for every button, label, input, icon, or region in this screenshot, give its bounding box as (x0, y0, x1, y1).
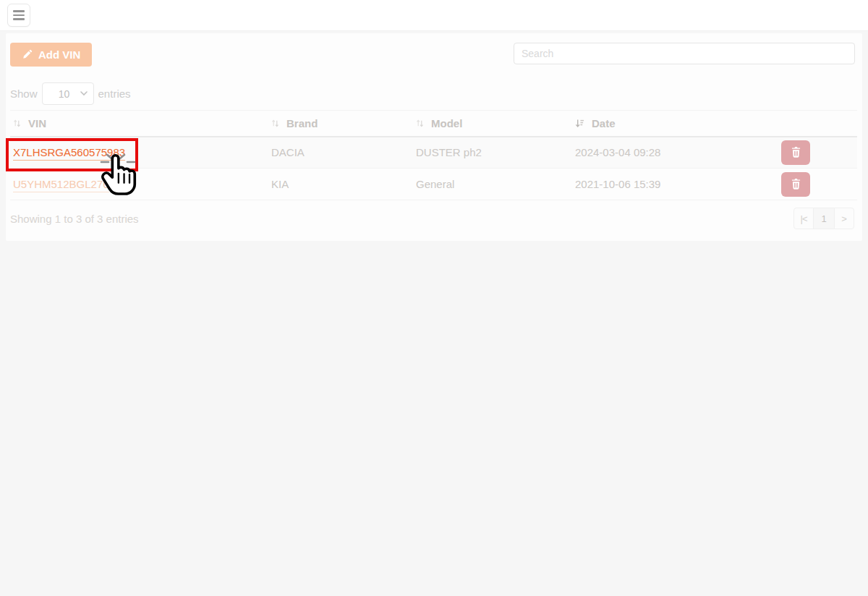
top-navbar (0, 0, 868, 31)
hamburger-icon (13, 10, 25, 12)
sort-both-icon (271, 119, 279, 128)
table-header-row: VIN Brand Model (10, 111, 857, 137)
search-input[interactable] (514, 43, 855, 64)
vin-manager-screen: Add VIN Show 10 entries VIN (0, 0, 868, 596)
delete-button[interactable] (781, 172, 810, 197)
pagination: |< 1 > (793, 208, 854, 229)
column-header-date[interactable]: Date (572, 111, 767, 137)
date-cell: 2021-10-06 15:39 (572, 169, 767, 200)
column-header-vin[interactable]: VIN (10, 111, 268, 137)
brand-cell: DACIA (268, 137, 413, 169)
sort-both-icon (416, 119, 424, 128)
show-label: Show (10, 88, 38, 100)
sort-descending-icon (575, 119, 584, 128)
vin-link[interactable]: U5YHM512BGL276 (13, 178, 109, 192)
column-header-brand[interactable]: Brand (268, 111, 413, 137)
trash-icon (791, 179, 801, 190)
column-header-actions (767, 111, 857, 137)
add-vin-label: Add VIN (38, 48, 80, 61)
vin-table: VIN Brand Model (10, 110, 857, 200)
table-row: X7LHSRGA560575983 DACIA DUSTER ph2 2024-… (10, 137, 857, 169)
add-vin-button[interactable]: Add VIN (10, 43, 92, 67)
table-row: U5YHM512BGL276 KIA General 2021-10-06 15… (10, 169, 857, 200)
pencil-icon (22, 49, 33, 60)
table-info: Showing 1 to 3 of 3 entries (10, 213, 139, 225)
column-label: VIN (28, 117, 46, 129)
date-cell: 2024-03-04 09:28 (572, 137, 767, 169)
page-length-control: Show 10 entries (10, 82, 131, 105)
pagination-page-1[interactable]: 1 (813, 208, 835, 229)
trash-icon (791, 147, 801, 158)
brand-cell: KIA (268, 169, 413, 200)
chevron-down-icon (80, 91, 88, 96)
column-header-model[interactable]: Model (413, 111, 572, 137)
column-label: Date (592, 117, 616, 129)
hamburger-icon (13, 18, 25, 20)
sort-both-icon (13, 119, 21, 128)
pagination-next-button[interactable]: > (834, 208, 854, 229)
model-cell: General (413, 169, 572, 200)
model-cell: DUSTER ph2 (413, 137, 572, 169)
pagination-first-button[interactable]: |< (793, 208, 814, 229)
entries-label: entries (98, 88, 131, 100)
column-label: Model (431, 117, 462, 129)
column-label: Brand (286, 117, 318, 129)
page-length-select[interactable]: 10 (42, 82, 94, 105)
sidebar-toggle-button[interactable] (7, 4, 30, 27)
delete-button[interactable] (781, 140, 810, 165)
hamburger-icon (13, 14, 25, 16)
vin-link[interactable]: X7LHSRGA560575983 (13, 146, 125, 161)
